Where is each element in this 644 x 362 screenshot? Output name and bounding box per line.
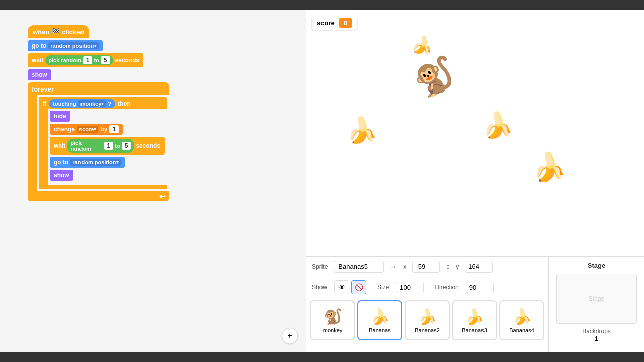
sprite-thumb-bananas3[interactable]: 🍌 Bananas3 (452, 300, 497, 340)
show-block-2[interactable]: show (50, 170, 73, 181)
main-content: when 🏁 clicked go to random position wai… (0, 10, 644, 352)
show-buttons: 👁 🚫 (334, 280, 366, 294)
hide-block[interactable]: hide (50, 111, 70, 122)
pick-random-block-2[interactable]: pick random 1 to 5 (67, 139, 134, 153)
score-display: score 0 (312, 16, 357, 30)
flag-icon: 🏁 (51, 28, 60, 36)
touching-label: touching (53, 101, 76, 107)
change-score-block[interactable]: change score by 1 (50, 124, 123, 135)
banana-sprite-2: 🍌 (346, 116, 377, 145)
pick-random-label-2: pick random (70, 140, 102, 152)
bananas-emoji: 🍌 (371, 308, 389, 325)
backdrops-count: 1 (595, 335, 598, 342)
if-inner: hide change score by 1 (48, 109, 167, 185)
if-label: if (43, 100, 46, 107)
then-label: then (118, 100, 130, 107)
bananas3-name: Bananas3 (462, 327, 487, 333)
sprite-name-input[interactable] (334, 261, 384, 273)
pick-random-block-1[interactable]: pick random 1 to 5 (45, 55, 113, 65)
size-input[interactable] (396, 282, 424, 293)
pick-random-label-1: pick random (48, 57, 81, 63)
touching-block[interactable]: touching monkey ? (49, 99, 115, 108)
bananas4-name: Bananas4 (509, 327, 534, 333)
goto-dropdown[interactable]: random position (48, 42, 98, 49)
banana-sprite-3: 🍌 (482, 111, 513, 140)
question-label: ? (108, 101, 111, 107)
wait-label-1: wait (32, 57, 43, 64)
bottom-bar (0, 352, 644, 362)
direction-label: Direction (435, 284, 458, 291)
bananas2-name: Bananas2 (415, 327, 440, 333)
goto-block-2[interactable]: go to random position (50, 157, 125, 168)
to-label-1: to (94, 57, 99, 63)
top-bar (0, 0, 644, 10)
when-label: when (33, 28, 49, 36)
show-hidden-btn[interactable]: 🚫 (351, 280, 366, 294)
zoom-button[interactable]: + (282, 328, 298, 344)
sprite-thumb-bananas[interactable]: 🍌 Bananas (357, 300, 403, 340)
banana-sprite-1: 🍌 (409, 33, 436, 58)
bananas3-emoji: 🍌 (465, 308, 484, 325)
show-block-1[interactable]: show (28, 69, 51, 80)
forever-block: forever if touching monkey ? then (28, 82, 169, 201)
seconds-label-1: seconds (115, 57, 140, 64)
x-input[interactable] (412, 261, 440, 273)
stage-panel-label: Stage (588, 262, 605, 269)
x-label: x (403, 263, 406, 270)
y-input[interactable] (465, 261, 493, 273)
to-label-2: to (115, 143, 120, 149)
monkey-dropdown[interactable]: monkey (78, 100, 106, 107)
wait-block-2[interactable]: wait pick random 1 to 5 seconds (50, 137, 165, 155)
direction-input[interactable] (466, 282, 494, 293)
random-val2[interactable]: 5 (101, 56, 110, 64)
banana-sprite-4: 🍌 (532, 151, 567, 184)
forever-inner: if touching monkey ? then (37, 95, 169, 191)
forever-label: forever (32, 85, 54, 93)
size-label: Size (377, 284, 389, 291)
goto2-label: go to (54, 159, 68, 166)
blocks-area: when 🏁 clicked go to random position wai… (28, 25, 179, 202)
stage-thumb-content: Stage (589, 295, 604, 302)
hat-block[interactable]: when 🏁 clicked (28, 25, 89, 38)
clicked-label: clicked (62, 28, 84, 36)
stage-thumbnail[interactable]: Stage (556, 274, 637, 324)
goto-label: go to (32, 42, 46, 49)
monkey-emoji: 🐒 (324, 308, 342, 325)
seconds-label-2: seconds (136, 142, 160, 149)
if-bottom (39, 185, 167, 189)
show-prop-label: Show (312, 284, 327, 291)
if-block: if touching monkey ? then (39, 97, 167, 189)
sprites-list: 🐒 monkey 🍌 Bananas 🍌 Bananas2 🍌 Bananas3 (306, 297, 548, 343)
score-value: 0 (339, 18, 352, 28)
change-val[interactable]: 1 (109, 125, 119, 133)
hide-label: hide (54, 113, 66, 120)
zoom-icon: + (287, 331, 292, 340)
change-label: change (54, 126, 75, 133)
backdrops-label: Backdrops (582, 328, 611, 335)
goto-block[interactable]: go to random position (28, 40, 103, 51)
stage-right-panel: Stage Stage Backdrops 1 (548, 257, 644, 352)
sprite-props-row: Show 👁 🚫 Size Direction (306, 277, 548, 297)
monkey-sprite: 🐒 (409, 52, 460, 102)
if-top: if touching monkey ? then (39, 98, 167, 109)
stage-panel: score 0 🍌 🐒 🍌 🍌 🍌 Sprite ↔ x ↕ (306, 10, 644, 352)
random-val3[interactable]: 1 (104, 142, 114, 150)
score-dropdown[interactable]: score (77, 126, 98, 133)
show-label-1: show (32, 71, 47, 78)
forever-bottom: ↩ (28, 191, 169, 201)
bananas4-emoji: 🍌 (513, 308, 531, 325)
monkey-name: monkey (323, 327, 343, 333)
random-val1[interactable]: 1 (83, 56, 93, 64)
stage-canvas: score 0 🍌 🐒 🍌 🍌 🍌 (306, 10, 644, 256)
wait-block-1[interactable]: wait pick random 1 to 5 seconds (28, 53, 143, 67)
sprites-left: Sprite ↔ x ↕ y Show 👁 🚫 Size (306, 257, 548, 352)
code-panel: when 🏁 clicked go to random position wai… (0, 10, 306, 352)
sprite-thumb-bananas2[interactable]: 🍌 Bananas2 (405, 300, 450, 340)
sprite-thumb-monkey[interactable]: 🐒 monkey (310, 300, 355, 340)
goto2-dropdown[interactable]: random position (70, 159, 120, 166)
sprite-thumb-bananas4[interactable]: 🍌 Bananas4 (499, 300, 544, 340)
forever-top: forever (28, 84, 169, 95)
show-visible-btn[interactable]: 👁 (334, 280, 349, 294)
score-label: score (317, 19, 335, 27)
random-val4[interactable]: 5 (122, 142, 131, 150)
